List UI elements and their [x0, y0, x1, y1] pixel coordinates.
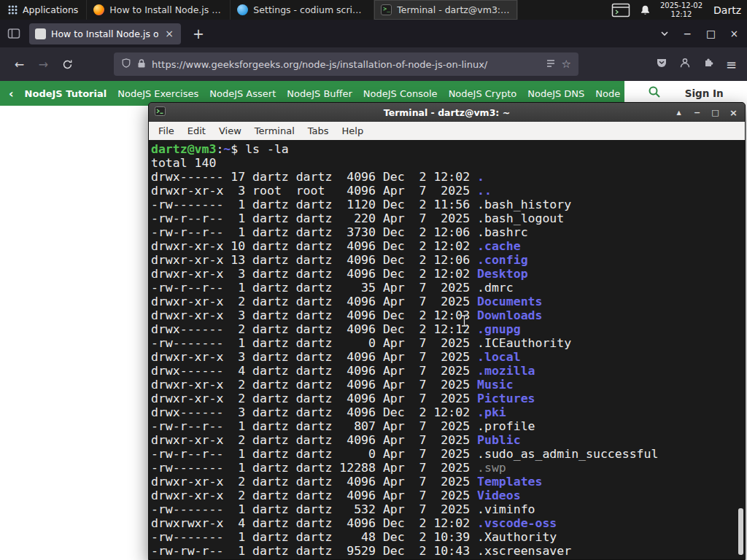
terminal-line: drwxr-xr-x 13 dartz dartz 4096 Dec 2 12:… [151, 253, 745, 267]
terminal-line: drwxr-xr-x 2 dartz dartz 4096 Apr 7 2025… [151, 392, 745, 405]
terminal-line: -rw-r--r-- 1 dartz dartz 35 Apr 7 2025 .… [151, 281, 745, 295]
terminal-line: drwxr-xr-x 3 dartz dartz 4096 Dec 2 12:0… [151, 267, 745, 281]
panel-clock[interactable]: 2025-12-02 12:12 [660, 1, 703, 18]
firefox-view-button[interactable] [6, 26, 22, 41]
menu-tabs[interactable]: Tabs [301, 124, 336, 138]
lock-icon[interactable] [137, 58, 146, 71]
extensions-icon[interactable] [703, 57, 714, 71]
menu-terminal[interactable]: Terminal [248, 124, 301, 138]
terminal-line: drwxr-xr-x 3 root root 4096 Apr 7 2025 .… [151, 184, 745, 198]
shield-icon[interactable] [121, 58, 131, 71]
terminal-icon [381, 4, 392, 15]
chevron-down-icon [660, 29, 669, 38]
clock-date: 2025-12-02 [660, 1, 703, 10]
terminal-shade-button[interactable]: ▲ [673, 109, 684, 116]
nav-link-nodejs-crypto[interactable]: NodeJS Crypto [449, 88, 517, 99]
forward-button[interactable]: → [31, 52, 55, 77]
toolbar-icons: ≡ [656, 57, 740, 72]
list-tabs-button[interactable] [660, 27, 669, 41]
nav-link-nodejs-buffer[interactable]: NodeJS Buffer [287, 88, 352, 99]
window-maximize-button[interactable]: □ [706, 28, 716, 39]
terminal-close-button[interactable]: × [728, 107, 739, 118]
tab-title: How to Install Node.js on [51, 28, 158, 39]
taskbar-item-terminal[interactable]: Terminal - dartz@vm3: ~ [374, 0, 518, 20]
terminal-line: -rw-r--r-- 1 dartz dartz 0 Apr 7 2025 .s… [151, 447, 745, 461]
terminal-line: drwxr-xr-x 2 dartz dartz 4096 Apr 7 2025… [151, 489, 745, 502]
nav-link-nodejs-exercises[interactable]: NodeJS Exercises [117, 88, 198, 99]
terminal-line: drwxr-xr-x 3 dartz dartz 4096 Dec 2 12:0… [151, 308, 745, 322]
nav-link-nodejs-console[interactable]: NodeJS Console [363, 88, 438, 99]
terminal-output: dartz@vm3:~$ ls -latotal 140drwx------ 1… [151, 142, 745, 558]
terminal-body[interactable]: dartz@vm3:~$ ls -latotal 140drwx------ 1… [149, 140, 745, 559]
user-menu[interactable]: Dartz [712, 4, 741, 16]
applications-label: Applications [23, 4, 78, 15]
terminal-line: drwxr-xr-x 10 dartz dartz 4096 Dec 2 12:… [151, 239, 745, 253]
account-icon[interactable] [679, 57, 691, 71]
terminal-line: -rw------- 1 dartz dartz 532 Apr 7 2025 … [151, 502, 745, 516]
terminal-line: drwxr-xr-x 2 dartz dartz 4096 Apr 7 2025… [151, 475, 745, 489]
firefox-icon [93, 4, 104, 15]
xfce-top-panel: Applications How to Install Node.js o...… [0, 0, 747, 20]
taskbar-item-browser[interactable]: How to Install Node.js o... [87, 0, 231, 20]
taskbar-item-label: Settings - codium script... [253, 4, 367, 15]
terminal-maximize-button[interactable]: □ [710, 108, 721, 117]
terminal-line: drwxr-xr-x 2 dartz dartz 4096 Apr 7 2025… [151, 433, 745, 447]
terminal-app-icon [155, 106, 166, 118]
terminal-line: -rw-rw-r-- 1 dartz dartz 9529 Dec 2 10:4… [151, 544, 745, 558]
terminal-menubar: File Edit View Terminal Tabs Help [149, 122, 745, 140]
url-text: https://www.geeksforgeeks.org/node-js/in… [152, 59, 540, 70]
tab-favicon [35, 28, 46, 39]
bookmark-star-icon[interactable]: ☆ [562, 58, 571, 71]
menu-file[interactable]: File [152, 124, 181, 138]
url-bar[interactable]: https://www.geeksforgeeks.org/node-js/in… [114, 52, 578, 76]
nav-link-nodejs-assert[interactable]: NodeJS Assert [209, 88, 276, 99]
terminal-window: Terminal - dartz@vm3: ~ ▲ − □ × File Edi… [148, 102, 746, 560]
firefox-view-icon [7, 28, 20, 39]
reload-button[interactable] [55, 52, 80, 77]
terminal-scrollbar-thumb[interactable] [738, 508, 743, 555]
window-close-button[interactable]: × [730, 28, 738, 39]
terminal-line: -rw------- 1 dartz dartz 1120 Dec 2 11:5… [151, 198, 745, 211]
terminal-line: drwxr-xr-x 2 dartz dartz 4096 Apr 7 2025… [151, 295, 745, 308]
taskbar-item-label: Terminal - dartz@vm3: ~ [397, 4, 511, 15]
terminal-line: -rw------- 1 dartz dartz 0 Apr 7 2025 .I… [151, 336, 745, 350]
new-tab-button[interactable]: + [188, 26, 209, 42]
terminal-minimize-button[interactable]: − [692, 108, 703, 117]
taskbar-item-codium[interactable]: Settings - codium script... [231, 0, 374, 20]
taskbar-item-label: How to Install Node.js o... [109, 4, 223, 15]
nav-link-more[interactable]: Node [595, 88, 620, 99]
tab-close-button[interactable]: × [163, 28, 175, 39]
back-button[interactable]: ← [7, 52, 31, 77]
nav-link-nodejs-dns[interactable]: NodeJS DNS [527, 88, 584, 99]
terminal-line: drwxrwxr-x 4 dartz dartz 4096 Dec 2 12:0… [151, 516, 745, 530]
menu-help[interactable]: Help [336, 124, 371, 138]
terminal-line: -rw-r--r-- 1 dartz dartz 220 Apr 7 2025 … [151, 211, 745, 225]
reader-view-icon[interactable] [546, 58, 556, 71]
terminal-titlebar[interactable]: Terminal - dartz@vm3: ~ ▲ − □ × [149, 103, 745, 122]
applications-grid-icon [8, 5, 18, 15]
codium-icon [237, 4, 248, 15]
window-controls: − □ × [660, 27, 741, 41]
active-tab[interactable]: How to Install Node.js on × [29, 23, 181, 44]
menu-button[interactable]: ≡ [726, 57, 737, 72]
window-minimize-button[interactable]: − [684, 28, 692, 39]
pocket-icon[interactable] [656, 57, 667, 71]
scroll-left-icon[interactable]: ‹ [9, 87, 14, 101]
terminal-line: drwx------ 2 dartz dartz 4096 Dec 2 12:1… [151, 322, 745, 336]
terminal-line: -rw-r--r-- 1 dartz dartz 807 Apr 7 2025 … [151, 419, 745, 433]
search-icon[interactable] [648, 85, 661, 101]
nav-link-nodejs-tutorial[interactable]: NodeJS Tutorial [25, 88, 107, 99]
menu-edit[interactable]: Edit [181, 124, 212, 138]
applications-menu-button[interactable]: Applications [0, 0, 87, 20]
tray-terminal-icon[interactable] [611, 3, 630, 18]
terminal-title: Terminal - dartz@vm3: ~ [149, 107, 745, 118]
text-cursor [460, 314, 468, 327]
terminal-line: -rw------- 1 dartz dartz 12288 Apr 7 202… [151, 461, 745, 475]
sign-in-link[interactable]: Sign In [685, 88, 724, 99]
terminal-line: drwx------ 17 dartz dartz 4096 Dec 2 12:… [151, 170, 745, 184]
notifications-bell-icon[interactable] [640, 4, 651, 16]
terminal-line: total 140 [151, 156, 745, 170]
terminal-line: drwx------ 3 dartz dartz 4096 Dec 2 12:0… [151, 405, 745, 419]
menu-view[interactable]: View [212, 124, 248, 138]
terminal-line: -rw-r--r-- 1 dartz dartz 3730 Dec 2 12:0… [151, 225, 745, 239]
